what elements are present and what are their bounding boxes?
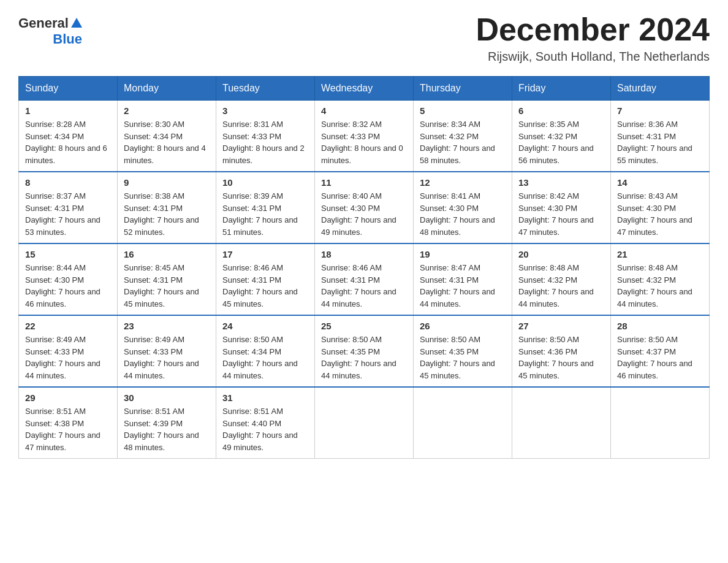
day-number: 14	[617, 177, 703, 188]
day-number: 19	[420, 249, 506, 259]
calendar-cell: 6 Sunrise: 8:35 AM Sunset: 4:32 PM Dayli…	[512, 101, 611, 172]
calendar-cell: 16 Sunrise: 8:45 AM Sunset: 4:31 PM Dayl…	[118, 243, 216, 315]
calendar-cell: 30 Sunrise: 8:51 AM Sunset: 4:39 PM Dayl…	[118, 387, 216, 459]
day-info: Sunrise: 8:44 AM Sunset: 4:30 PM Dayligh…	[25, 262, 111, 310]
header-saturday: Saturday	[611, 77, 710, 101]
calendar-cell	[512, 387, 611, 459]
calendar-cell: 12 Sunrise: 8:41 AM Sunset: 4:30 PM Dayl…	[414, 172, 512, 243]
location-subtitle: Rijswijk, South Holland, The Netherlands	[476, 50, 710, 64]
week-row-1: 1 Sunrise: 8:28 AM Sunset: 4:34 PM Dayli…	[19, 101, 710, 172]
day-info: Sunrise: 8:38 AM Sunset: 4:31 PM Dayligh…	[124, 190, 210, 238]
calendar-cell: 9 Sunrise: 8:38 AM Sunset: 4:31 PM Dayli…	[118, 172, 216, 243]
week-row-3: 15 Sunrise: 8:44 AM Sunset: 4:30 PM Dayl…	[19, 243, 710, 315]
calendar-cell: 11 Sunrise: 8:40 AM Sunset: 4:30 PM Dayl…	[315, 172, 414, 243]
day-info: Sunrise: 8:35 AM Sunset: 4:32 PM Dayligh…	[518, 118, 604, 166]
calendar-cell: 13 Sunrise: 8:42 AM Sunset: 4:30 PM Dayl…	[512, 172, 611, 243]
day-info: Sunrise: 8:51 AM Sunset: 4:40 PM Dayligh…	[222, 405, 308, 453]
day-number: 24	[222, 321, 308, 331]
day-info: Sunrise: 8:50 AM Sunset: 4:35 PM Dayligh…	[420, 334, 506, 381]
day-number: 8	[25, 177, 111, 188]
weekday-header-row: Sunday Monday Tuesday Wednesday Thursday…	[19, 77, 710, 101]
day-info: Sunrise: 8:39 AM Sunset: 4:31 PM Dayligh…	[222, 190, 308, 238]
logo-text-general: General	[18, 15, 69, 31]
day-number: 22	[25, 321, 111, 331]
day-info: Sunrise: 8:50 AM Sunset: 4:35 PM Dayligh…	[321, 334, 407, 381]
header-sunday: Sunday	[19, 77, 118, 101]
calendar-cell: 31 Sunrise: 8:51 AM Sunset: 4:40 PM Dayl…	[216, 387, 315, 459]
day-number: 11	[321, 177, 407, 188]
day-number: 28	[617, 321, 703, 331]
calendar-cell: 26 Sunrise: 8:50 AM Sunset: 4:35 PM Dayl…	[414, 315, 512, 387]
month-title: December 2024	[476, 12, 710, 47]
logo-icon: General Blue	[18, 15, 82, 47]
calendar-cell: 2 Sunrise: 8:30 AM Sunset: 4:34 PM Dayli…	[118, 101, 216, 172]
day-number: 12	[420, 177, 506, 188]
day-info: Sunrise: 8:43 AM Sunset: 4:30 PM Dayligh…	[617, 190, 703, 238]
calendar-cell: 14 Sunrise: 8:43 AM Sunset: 4:30 PM Dayl…	[611, 172, 710, 243]
day-number: 18	[321, 249, 407, 259]
day-number: 9	[124, 177, 210, 188]
header-monday: Monday	[118, 77, 216, 101]
calendar-cell: 20 Sunrise: 8:48 AM Sunset: 4:32 PM Dayl…	[512, 243, 611, 315]
calendar-cell: 19 Sunrise: 8:47 AM Sunset: 4:31 PM Dayl…	[414, 243, 512, 315]
calendar-cell: 17 Sunrise: 8:46 AM Sunset: 4:31 PM Dayl…	[216, 243, 315, 315]
day-number: 21	[617, 249, 703, 259]
day-info: Sunrise: 8:48 AM Sunset: 4:32 PM Dayligh…	[518, 262, 604, 310]
day-info: Sunrise: 8:37 AM Sunset: 4:31 PM Dayligh…	[25, 190, 111, 238]
day-number: 7	[617, 105, 703, 116]
day-info: Sunrise: 8:40 AM Sunset: 4:30 PM Dayligh…	[321, 190, 407, 238]
day-number: 30	[124, 393, 210, 403]
calendar-cell: 28 Sunrise: 8:50 AM Sunset: 4:37 PM Dayl…	[611, 315, 710, 387]
calendar-table: Sunday Monday Tuesday Wednesday Thursday…	[18, 76, 710, 459]
calendar-cell: 5 Sunrise: 8:34 AM Sunset: 4:32 PM Dayli…	[414, 101, 512, 172]
day-number: 10	[222, 177, 308, 188]
day-number: 26	[420, 321, 506, 331]
calendar-cell: 25 Sunrise: 8:50 AM Sunset: 4:35 PM Dayl…	[315, 315, 414, 387]
calendar-cell: 21 Sunrise: 8:48 AM Sunset: 4:32 PM Dayl…	[611, 243, 710, 315]
calendar-cell	[315, 387, 414, 459]
header-friday: Friday	[512, 77, 611, 101]
day-number: 29	[25, 393, 111, 403]
day-info: Sunrise: 8:36 AM Sunset: 4:31 PM Dayligh…	[617, 118, 703, 166]
day-info: Sunrise: 8:49 AM Sunset: 4:33 PM Dayligh…	[25, 334, 111, 381]
day-number: 1	[25, 105, 111, 116]
logo: General Blue	[18, 12, 82, 47]
calendar-cell: 24 Sunrise: 8:50 AM Sunset: 4:34 PM Dayl…	[216, 315, 315, 387]
week-row-5: 29 Sunrise: 8:51 AM Sunset: 4:38 PM Dayl…	[19, 387, 710, 459]
day-info: Sunrise: 8:46 AM Sunset: 4:31 PM Dayligh…	[321, 262, 407, 310]
calendar-cell: 7 Sunrise: 8:36 AM Sunset: 4:31 PM Dayli…	[611, 101, 710, 172]
day-number: 4	[321, 105, 407, 116]
header-thursday: Thursday	[414, 77, 512, 101]
day-info: Sunrise: 8:34 AM Sunset: 4:32 PM Dayligh…	[420, 118, 506, 166]
calendar-cell: 4 Sunrise: 8:32 AM Sunset: 4:33 PM Dayli…	[315, 101, 414, 172]
calendar-cell	[414, 387, 512, 459]
day-info: Sunrise: 8:31 AM Sunset: 4:33 PM Dayligh…	[222, 118, 308, 166]
day-info: Sunrise: 8:30 AM Sunset: 4:34 PM Dayligh…	[124, 118, 210, 166]
calendar-cell: 1 Sunrise: 8:28 AM Sunset: 4:34 PM Dayli…	[19, 101, 118, 172]
header-tuesday: Tuesday	[216, 77, 315, 101]
day-number: 3	[222, 105, 308, 116]
day-number: 27	[518, 321, 604, 331]
day-info: Sunrise: 8:32 AM Sunset: 4:33 PM Dayligh…	[321, 118, 407, 166]
day-info: Sunrise: 8:42 AM Sunset: 4:30 PM Dayligh…	[518, 190, 604, 238]
calendar-cell: 27 Sunrise: 8:50 AM Sunset: 4:36 PM Dayl…	[512, 315, 611, 387]
calendar-cell: 23 Sunrise: 8:49 AM Sunset: 4:33 PM Dayl…	[118, 315, 216, 387]
day-info: Sunrise: 8:46 AM Sunset: 4:31 PM Dayligh…	[222, 262, 308, 310]
page-header: General Blue December 2024 Rijswijk, Sou…	[18, 12, 710, 64]
week-row-2: 8 Sunrise: 8:37 AM Sunset: 4:31 PM Dayli…	[19, 172, 710, 243]
calendar-cell: 10 Sunrise: 8:39 AM Sunset: 4:31 PM Dayl…	[216, 172, 315, 243]
day-info: Sunrise: 8:50 AM Sunset: 4:37 PM Dayligh…	[617, 334, 703, 381]
calendar-cell: 8 Sunrise: 8:37 AM Sunset: 4:31 PM Dayli…	[19, 172, 118, 243]
day-info: Sunrise: 8:47 AM Sunset: 4:31 PM Dayligh…	[420, 262, 506, 310]
day-number: 15	[25, 249, 111, 259]
day-info: Sunrise: 8:51 AM Sunset: 4:39 PM Dayligh…	[124, 405, 210, 453]
day-info: Sunrise: 8:45 AM Sunset: 4:31 PM Dayligh…	[124, 262, 210, 310]
day-number: 2	[124, 105, 210, 116]
week-row-4: 22 Sunrise: 8:49 AM Sunset: 4:33 PM Dayl…	[19, 315, 710, 387]
day-info: Sunrise: 8:28 AM Sunset: 4:34 PM Dayligh…	[25, 118, 111, 166]
calendar-cell	[611, 387, 710, 459]
day-number: 13	[518, 177, 604, 188]
day-info: Sunrise: 8:50 AM Sunset: 4:36 PM Dayligh…	[518, 334, 604, 381]
day-number: 6	[518, 105, 604, 116]
day-info: Sunrise: 8:48 AM Sunset: 4:32 PM Dayligh…	[617, 262, 703, 310]
